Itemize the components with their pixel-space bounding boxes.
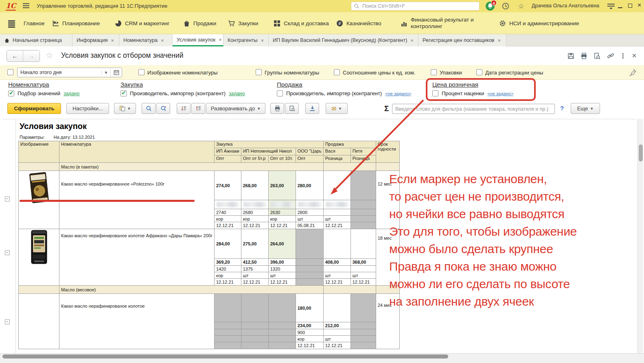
group-collapse-marker[interactable]: − bbox=[5, 250, 10, 255]
report-cell[interactable] bbox=[350, 342, 376, 349]
report-cell[interactable] bbox=[376, 163, 399, 171]
tab-purchase-conditions[interactable]: Условия закупок× bbox=[173, 34, 223, 46]
global-search-input[interactable] bbox=[361, 3, 477, 9]
price-ratio-option-checkbox[interactable] bbox=[334, 69, 340, 75]
report-cell[interactable]: 264,00 bbox=[268, 229, 296, 259]
report-cell[interactable] bbox=[214, 336, 241, 342]
report-cell[interactable] bbox=[241, 342, 268, 349]
report-cell[interactable]: 275,00 bbox=[241, 229, 268, 259]
menu-purchases[interactable]: Закупки bbox=[228, 12, 258, 34]
print-button[interactable] bbox=[579, 51, 589, 61]
report-cell[interactable]: 12.12.21 bbox=[241, 279, 268, 286]
menu-treasury[interactable]: ₽ Казначейство bbox=[336, 12, 381, 34]
report-cell[interactable] bbox=[350, 200, 376, 209]
report-cell[interactable] bbox=[19, 229, 59, 286]
report-cell[interactable]: 12.12.21 bbox=[323, 222, 350, 229]
close-window-button[interactable]: × bbox=[637, 2, 641, 9]
report-cell[interactable]: кор bbox=[214, 216, 241, 222]
history-button[interactable] bbox=[502, 2, 510, 10]
report-cell[interactable]: шт bbox=[323, 272, 350, 279]
close-tab-icon[interactable]: × bbox=[111, 37, 114, 44]
report-header-cell[interactable]: Номенклатура bbox=[59, 141, 215, 163]
purchase-filter-status-link[interactable]: задано bbox=[229, 91, 245, 96]
report-cell[interactable] bbox=[350, 216, 376, 222]
report-cell[interactable] bbox=[323, 329, 350, 336]
expand-to-button[interactable]: Разворачивать до▼ bbox=[206, 103, 265, 114]
report-cell[interactable] bbox=[350, 229, 376, 259]
report-cell[interactable] bbox=[241, 200, 268, 209]
packages-option-label[interactable]: Упаковки bbox=[440, 70, 462, 76]
report-cell[interactable] bbox=[214, 200, 241, 209]
print-report-button[interactable] bbox=[270, 103, 284, 114]
report-cell[interactable] bbox=[19, 294, 59, 349]
report-cell[interactable]: 12.12.21 bbox=[350, 279, 376, 286]
packages-option-checkbox[interactable] bbox=[431, 69, 437, 75]
save-button[interactable] bbox=[566, 51, 576, 61]
report-header-cell[interactable]: Опт от 10т. bbox=[268, 155, 296, 163]
report-cell[interactable]: шт bbox=[350, 272, 376, 279]
report-cell[interactable]: Масло (весовое) bbox=[59, 286, 324, 294]
generate-button[interactable]: Сформировать bbox=[7, 103, 61, 114]
report-header-cell[interactable]: Розница bbox=[350, 155, 376, 163]
preview-report-button[interactable] bbox=[285, 103, 299, 114]
more-actions-button[interactable]: ⋮ bbox=[618, 51, 628, 61]
report-cell[interactable] bbox=[350, 222, 376, 229]
report-cell[interactable]: 900 bbox=[296, 329, 323, 336]
report-cell[interactable] bbox=[323, 163, 376, 171]
report-header-cell[interactable]: Петя bbox=[350, 148, 376, 155]
report-cell[interactable] bbox=[268, 200, 296, 209]
groups-option-checkbox[interactable] bbox=[256, 69, 262, 75]
close-tab-icon[interactable]: × bbox=[219, 37, 222, 43]
report-cell[interactable]: шт bbox=[323, 336, 350, 342]
report-cell[interactable]: 12.12.21 bbox=[323, 279, 350, 286]
report-cell[interactable]: 274,00 bbox=[214, 171, 241, 200]
report-cell[interactable]: 2680 bbox=[241, 209, 268, 216]
report-cell[interactable]: 369,20 bbox=[214, 259, 241, 266]
report-cell[interactable]: 12.12.21 bbox=[214, 222, 241, 229]
report-cell[interactable] bbox=[296, 229, 323, 259]
sale-filter-status-link[interactable]: <не задано> bbox=[385, 91, 411, 96]
report-cell[interactable]: кор bbox=[214, 272, 241, 279]
main-menu-icon[interactable] bbox=[23, 3, 29, 9]
report-cell[interactable]: 268,00 bbox=[241, 171, 268, 200]
report-cell[interactable]: шт bbox=[268, 272, 296, 279]
add-favorite-star-icon[interactable]: ☆ bbox=[46, 50, 53, 60]
report-cell[interactable] bbox=[214, 329, 241, 336]
report-header-cell[interactable]: Опт от 5т.р bbox=[241, 155, 268, 163]
tab-supplier-price-registration[interactable]: Регистрация цен поставщиков× bbox=[418, 34, 506, 46]
pin-icon[interactable] bbox=[629, 68, 637, 77]
help-button[interactable]: ? bbox=[560, 105, 564, 112]
period-checkbox[interactable] bbox=[7, 69, 13, 75]
report-cell[interactable]: 412,50 bbox=[241, 259, 268, 266]
find-button[interactable] bbox=[142, 103, 156, 114]
sale-filter-checkbox[interactable] bbox=[277, 90, 283, 96]
retail-price-filter-status-link[interactable]: <не задано> bbox=[487, 91, 513, 96]
close-tab-icon[interactable]: × bbox=[410, 37, 414, 44]
report-cell[interactable]: Какао масло нерафинированое колотое Афри… bbox=[59, 229, 215, 286]
horizontal-scrollbar[interactable] bbox=[0, 353, 644, 359]
report-cell[interactable]: 1420 bbox=[214, 266, 241, 272]
report-cell[interactable]: кор bbox=[241, 216, 268, 222]
report-cell[interactable] bbox=[214, 294, 241, 322]
report-cell[interactable] bbox=[268, 329, 296, 336]
global-search[interactable] bbox=[351, 2, 480, 11]
menu-warehouse[interactable]: Склад и доставка bbox=[274, 12, 329, 34]
report-cell[interactable]: 180,00 bbox=[296, 294, 323, 322]
report-cell[interactable]: 12.12.21 bbox=[268, 222, 296, 229]
save-report-button[interactable] bbox=[305, 103, 319, 114]
report-cell[interactable] bbox=[350, 171, 376, 200]
report-cell[interactable] bbox=[214, 342, 241, 349]
print-preview-button[interactable] bbox=[592, 51, 602, 61]
report-cell[interactable] bbox=[214, 322, 241, 329]
report-header-cell[interactable]: Срок годности bbox=[376, 141, 399, 163]
report-cell[interactable]: кор bbox=[296, 336, 323, 342]
report-cell[interactable]: 05.08.21 bbox=[296, 222, 323, 229]
back-button[interactable]: ← bbox=[7, 50, 23, 61]
collapse-groups-button[interactable] bbox=[177, 103, 191, 114]
menu-crm[interactable]: CRM и маркетинг bbox=[115, 12, 169, 34]
retail-price-filter-checkbox[interactable] bbox=[432, 90, 438, 96]
quick-filter-input[interactable] bbox=[392, 104, 555, 114]
report-header-cell[interactable]: Опт bbox=[214, 155, 241, 163]
find-next-button[interactable] bbox=[156, 103, 170, 114]
menu-main[interactable]: Главное bbox=[24, 12, 45, 34]
